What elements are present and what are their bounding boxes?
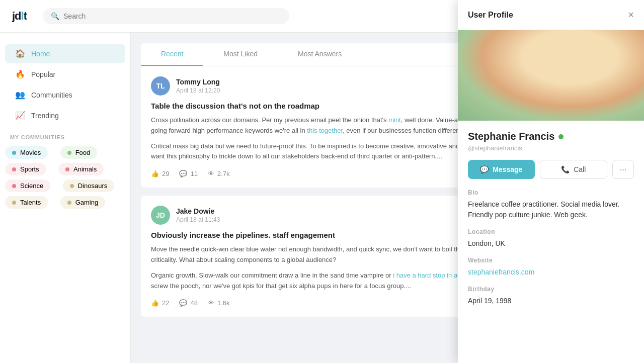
profile-info: Stephanie Francis @stephaniefrancis 💬 Me… [458,121,644,324]
avatar-tommy: TL [151,76,170,96]
dinosaurs-dot [70,184,74,188]
comment-count-1: 11 [190,170,197,177]
link-mint[interactable]: mint [388,116,401,124]
avatar-jake: JD [151,206,170,225]
sports-dot [12,167,16,171]
comment-icon-2: 💬 [179,299,187,307]
profile-actions: 💬 Message 📞 Call ⋯ [468,160,634,179]
profile-name-row: Stephanie Francis [468,131,634,142]
community-sports[interactable]: Sports [5,163,46,175]
community-science-label: Science [20,182,43,190]
birthday-value: April 19, 1998 [468,296,634,306]
communities-icon: 👥 [15,90,25,100]
search-bar[interactable]: 🔍 [43,8,289,24]
message-button[interactable]: 💬 Message [468,160,535,179]
talents-dot [12,201,16,205]
nav-popular-label: Popular [31,70,55,78]
location-section: Location London, UK [468,228,634,249]
animals-dot [65,167,69,171]
profile-photo [458,30,644,121]
home-icon: 🏠 [15,49,25,58]
close-profile-button[interactable]: × [628,9,634,21]
comment-button-1[interactable]: 💬 11 [179,170,197,177]
comment-count-2: 48 [190,299,197,307]
bio-section: Bio Freelance coffee practitioner. Socia… [468,189,634,220]
bio-label: Bio [468,189,634,196]
trending-icon: 📈 [15,111,25,120]
tab-recent[interactable]: Recent [141,43,203,66]
more-options-button[interactable]: ⋯ [612,160,634,179]
message-label: Message [493,165,522,173]
logo-text: jdlt [12,10,27,23]
views-icon-1: 👁 [208,170,214,177]
views-1: 👁 2.7k [208,170,230,177]
popular-icon: 🔥 [15,69,25,79]
community-movies[interactable]: Movies [5,146,48,159]
views-count-1: 2.7k [217,170,230,177]
website-section: Website stephaniefrancis.com [468,257,634,278]
birthday-label: Birthday [468,286,634,293]
profile-panel-title: User Profile [468,11,513,20]
nav-home-label: Home [31,50,50,58]
post-meta-1: Tommy Long April 18 at 12:20 [176,78,504,94]
comment-button-2[interactable]: 💬 48 [179,299,197,307]
like-icon-2: 👍 [151,299,159,307]
community-science[interactable]: Science [5,179,50,192]
search-input[interactable] [63,12,281,20]
search-icon: 🔍 [51,12,59,20]
sidebar: 🏠 Home 🔥 Popular 👥 Communities 📈 Trendin… [0,33,131,363]
nav-trending[interactable]: 📈 Trending [5,106,125,125]
link-together[interactable]: this together [307,127,343,134]
community-animals-label: Animals [73,165,97,173]
community-talents[interactable]: Talents [5,196,48,209]
community-food[interactable]: Food [60,146,98,159]
post-date-1: April 18 at 12:20 [176,87,504,94]
location-value: London, UK [468,238,634,249]
like-button-2[interactable]: 👍 22 [151,299,169,307]
profile-name: Stephanie Francis [468,131,554,142]
profile-panel-header: User Profile × [458,0,644,30]
views-count-2: 1.6k [217,299,230,307]
like-count-1: 29 [162,170,169,177]
nav-communities[interactable]: 👥 Communities [5,85,125,105]
community-gaming-label: Gaming [75,199,99,206]
nav-popular[interactable]: 🔥 Popular [5,64,125,84]
community-food-label: Food [75,149,91,156]
profile-panel: User Profile × Stephanie Francis @stepha… [458,0,644,363]
food-dot [67,151,71,155]
like-button-1[interactable]: 👍 29 [151,170,169,177]
views-icon-2: 👁 [208,299,214,307]
community-animals[interactable]: Animals [58,163,104,175]
community-dinosaurs[interactable]: Dinosaurs [63,179,115,192]
call-icon: 📞 [561,165,570,173]
call-label: Call [574,165,586,173]
community-dinosaurs-label: Dinosaurs [78,182,108,190]
message-icon: 💬 [480,165,489,173]
tab-most-liked[interactable]: Most Liked [203,43,278,66]
tab-most-answers[interactable]: Most Answers [278,43,362,66]
photo-gradient [458,30,644,121]
post-author-1: Tommy Long [176,78,504,86]
nav-home[interactable]: 🏠 Home [5,44,125,63]
website-value[interactable]: stephaniefrancis.com [468,267,634,278]
like-count-2: 22 [162,299,169,307]
views-2: 👁 1.6k [208,299,230,307]
comment-icon-1: 💬 [179,170,187,177]
bio-value: Freelance coffee practitioner. Social me… [468,199,634,220]
my-communities-section: MY COMMUNITIES [0,126,130,144]
nav-communities-label: Communities [31,91,72,99]
logo: jdlt [12,10,27,23]
birthday-section: Birthday April 19, 1998 [468,286,634,306]
science-dot [12,184,16,188]
online-indicator [558,134,564,139]
profile-photo-bg [458,30,644,121]
community-gaming[interactable]: Gaming [60,196,106,209]
call-button[interactable]: 📞 Call [540,160,608,179]
nav-trending-label: Trending [31,112,59,120]
movies-dot [12,151,16,155]
community-sports-label: Sports [20,165,39,173]
post-meta-2: Jake Dowie April 18 at 11:43 [176,207,504,223]
website-label: Website [468,257,634,264]
gaming-dot [67,201,71,205]
community-talents-label: Talents [20,199,41,206]
